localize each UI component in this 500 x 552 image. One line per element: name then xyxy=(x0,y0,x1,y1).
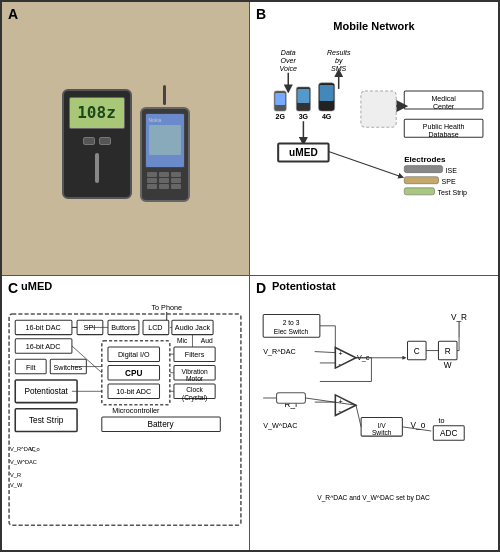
svg-text:Buttons: Buttons xyxy=(111,324,136,333)
panel-d: D Potentiostat V_R 2 to 3 Elec Switch V_… xyxy=(250,276,498,550)
svg-text:Elec Switch: Elec Switch xyxy=(274,328,309,335)
panel-d-diagram: V_R 2 to 3 Elec Switch V_R^DAC + - V_c C… xyxy=(258,292,490,538)
svg-rect-33 xyxy=(404,188,434,195)
svg-text:Public Health: Public Health xyxy=(423,123,465,130)
svg-text:ADC: ADC xyxy=(440,429,457,438)
cable xyxy=(163,85,166,105)
panel-c: C uMED To Phone 16-bit DAC SPI 16-bit AD… xyxy=(2,276,250,550)
panel-b: B Mobile Network Data Over Voice Results… xyxy=(250,2,498,276)
device-photo-area: 108z Nokia xyxy=(62,85,190,202)
svg-text:Potentiostat: Potentiostat xyxy=(24,387,68,396)
svg-text:3G: 3G xyxy=(299,113,309,120)
svg-text:V_o: V_o xyxy=(30,446,40,452)
svg-text:Mic: Mic xyxy=(177,337,188,344)
main-container: A 108z Nokia xyxy=(0,0,500,552)
svg-text:2 to 3: 2 to 3 xyxy=(283,319,300,326)
svg-text:Digital I/O: Digital I/O xyxy=(118,350,150,359)
svg-text:Aud: Aud xyxy=(201,337,213,344)
svg-text:Results: Results xyxy=(327,49,351,56)
panel-a: A 108z Nokia xyxy=(2,2,250,276)
svg-text:Medical: Medical xyxy=(431,95,456,102)
umed-btn-2 xyxy=(99,137,111,145)
svg-text:Audio Jack: Audio Jack xyxy=(175,324,211,333)
svg-text:10-bit ADC: 10-bit ADC xyxy=(116,387,151,396)
svg-text:to: to xyxy=(438,416,444,425)
svg-text:V_W^DAC: V_W^DAC xyxy=(263,421,297,430)
svg-text:CPU: CPU xyxy=(125,369,142,378)
svg-text:16-bit ADC: 16-bit ADC xyxy=(26,342,61,351)
svg-text:Over: Over xyxy=(281,57,297,64)
svg-text:by: by xyxy=(335,57,343,65)
svg-text:Database: Database xyxy=(429,131,459,138)
svg-text:16-bit DAC: 16-bit DAC xyxy=(25,324,60,333)
svg-text:Filters: Filters xyxy=(185,350,205,359)
svg-text:SMS: SMS xyxy=(331,65,347,72)
phone-keypad xyxy=(147,172,183,189)
svg-text:SPI: SPI xyxy=(84,324,96,333)
svg-text:+: + xyxy=(338,349,342,358)
svg-text:Switches: Switches xyxy=(53,363,82,372)
svg-rect-29 xyxy=(404,166,442,173)
panel-a-label: A xyxy=(8,6,18,22)
svg-text:Test Strip: Test Strip xyxy=(438,189,467,197)
panel-b-title: Mobile Network xyxy=(258,20,490,32)
panel-c-diagram: To Phone 16-bit DAC SPI 16-bit ADC Filt … xyxy=(7,292,244,538)
svg-text:Battery: Battery xyxy=(147,420,174,429)
svg-text:Center: Center xyxy=(433,103,455,110)
svg-text:V_R^DAC and V_W^DAC set by DAC: V_R^DAC and V_W^DAC set by DAC xyxy=(317,494,430,502)
svg-text:Filt: Filt xyxy=(26,363,36,372)
svg-rect-12 xyxy=(297,89,309,103)
umed-buttons xyxy=(83,137,111,145)
svg-text:Motor: Motor xyxy=(186,375,204,382)
umed-screen: 108z xyxy=(69,97,125,129)
panel-b-label: B xyxy=(256,6,266,22)
panel-c-title: uMED xyxy=(21,280,52,292)
svg-rect-15 xyxy=(320,85,334,101)
svg-text:Switch: Switch xyxy=(372,429,392,436)
svg-text:Test Strip: Test Strip xyxy=(29,416,64,425)
panel-d-title: Potentiostat xyxy=(272,280,336,292)
umed-btn-1 xyxy=(83,137,95,145)
umed-device-photo: 108z xyxy=(62,89,132,199)
svg-text:ISE: ISE xyxy=(446,167,458,174)
svg-text:V_R^DAC: V_R^DAC xyxy=(263,347,296,356)
svg-text:R: R xyxy=(445,347,451,356)
svg-text:V_W: V_W xyxy=(10,482,23,488)
svg-text:Vibration: Vibration xyxy=(181,368,208,375)
phone-screen: Nokia xyxy=(145,113,185,168)
svg-text:V_R: V_R xyxy=(451,313,467,322)
svg-text:Data: Data xyxy=(281,49,296,56)
svg-text:(Crystal): (Crystal) xyxy=(182,394,207,402)
svg-rect-110 xyxy=(277,393,306,403)
svg-text:C: C xyxy=(414,347,420,356)
panel-d-label: D xyxy=(256,280,266,296)
svg-text:W: W xyxy=(444,361,452,370)
panel-b-diagram: Data Over Voice Results by SMS 2G 3G 4G xyxy=(258,36,490,276)
svg-line-124 xyxy=(315,352,336,353)
svg-text:Voice: Voice xyxy=(280,65,297,72)
svg-text:Microcontroller: Microcontroller xyxy=(112,406,160,415)
svg-line-35 xyxy=(329,151,402,176)
svg-text:+: + xyxy=(338,397,342,406)
svg-text:uMED: uMED xyxy=(289,148,318,159)
svg-text:SPE: SPE xyxy=(442,178,456,185)
panel-c-label: C xyxy=(8,280,18,296)
svg-rect-31 xyxy=(404,177,438,184)
svg-line-136 xyxy=(356,405,361,427)
svg-text:2G: 2G xyxy=(275,113,285,120)
svg-text:I/V: I/V xyxy=(378,422,387,429)
svg-rect-9 xyxy=(275,93,285,105)
svg-rect-27 xyxy=(361,91,396,127)
svg-text:V_R: V_R xyxy=(10,472,21,478)
svg-text:Clock: Clock xyxy=(186,386,203,393)
svg-text:4G: 4G xyxy=(322,113,332,120)
svg-text:V_W^DAC: V_W^DAC xyxy=(10,459,37,465)
svg-text:LCD: LCD xyxy=(148,324,162,333)
phone-photo: Nokia xyxy=(140,107,190,202)
svg-text:V_c: V_c xyxy=(357,353,370,362)
svg-text:To Phone: To Phone xyxy=(151,303,181,312)
umed-probe xyxy=(95,153,99,183)
svg-text:Electrodes: Electrodes xyxy=(404,155,446,164)
